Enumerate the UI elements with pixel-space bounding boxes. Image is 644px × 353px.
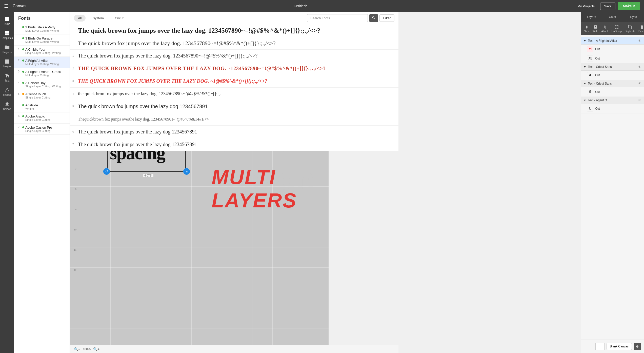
save-button[interactable]: Save [600, 3, 615, 10]
layer-group-agent-q[interactable]: ▼ Text - Agent Q 👁 [581, 97, 644, 104]
font-item-meta: Multi-Layer Cutting, Writing [25, 40, 68, 43]
layer-item-cut-m1[interactable]: M Cut [581, 45, 644, 54]
search-input[interactable] [307, 14, 368, 22]
sidebar-item-images[interactable]: Images [1, 57, 14, 70]
sidebar-item-label-upload: Upload [3, 108, 11, 110]
my-projects-button[interactable]: My Projects [574, 3, 598, 10]
tab-system[interactable]: System [89, 15, 108, 22]
list-item[interactable]: 3 Birds On Parade Multi-Layer Cutting, W… [14, 34, 70, 46]
list-item[interactable]: 3 A Frightful Affair – Crack Multi-Layer… [14, 68, 70, 79]
list-item[interactable]: 5 AGentleTouch Single-Layer Cutting [14, 90, 70, 101]
list-item[interactable]: Adalside Writing [14, 101, 70, 112]
sidebar-item-new[interactable]: New [1, 14, 14, 27]
font-item-name: Adalside [25, 103, 68, 107]
list-item[interactable]: 6 Adobe Arabic Single-Layer Cutting [14, 112, 70, 124]
sidebar-item-label-images: Images [3, 65, 11, 68]
topbar-center: Untitled* [294, 4, 307, 8]
multi-layers-text: MULTI LAYERS [212, 166, 329, 212]
layer-group-eye[interactable]: 👁 [638, 39, 641, 43]
font-dot-green [22, 115, 24, 117]
layer-group-frightful-affair[interactable]: ▼ Text - A Frightful Affair 👁 [581, 37, 644, 45]
topbar: ☰ Canvas Untitled* My Projects Save Make… [0, 0, 644, 12]
font-item-meta: Single-Layer Cutting [25, 96, 68, 99]
font-search-group: Filter [307, 14, 394, 22]
font-preview-row: 1 The quick brown fox jumps over the laz… [70, 50, 398, 62]
tab-layers[interactable]: Layers [581, 12, 602, 22]
sidebar-item-label-new: New [5, 23, 10, 25]
sidebar-item-projects[interactable]: Projects [1, 43, 14, 56]
font-item-name: 3 Birds Life's A Party [25, 25, 68, 29]
font-item-name: A Frightful Affair [25, 59, 68, 63]
filter-button[interactable]: Filter [379, 14, 394, 22]
preview-text: Thequickbrown fox jumps overthe lazy dog… [78, 117, 396, 122]
fonts-panel-title: Fonts [14, 12, 70, 23]
blank-canvas-settings[interactable]: ⚙ [634, 343, 641, 350]
layer-group-label: Text - Cricut Sans [588, 65, 638, 69]
row-num: 6 [72, 130, 77, 133]
menu-icon[interactable]: ☰ [4, 3, 9, 9]
tab-sync[interactable]: Sync [623, 12, 644, 22]
font-preview-row: 7 The quick brown fox jumps over the laz… [70, 138, 398, 151]
tab-cricut[interactable]: Cricut [111, 15, 128, 22]
chevron-icon: ▼ [583, 99, 586, 102]
font-item-name: AGentleTouch [25, 92, 68, 96]
search-button[interactable] [369, 14, 378, 22]
font-preview-area: The quick brown fox jumps over the lazy … [70, 24, 398, 151]
rotate-handle-bottom-right[interactable]: ↘ [183, 168, 190, 175]
layer-group-label: Text - Agent Q [588, 99, 638, 102]
layer-group-label: Text - A Frightful Affair [588, 39, 638, 43]
row-num: 1 [72, 54, 77, 57]
action-slice[interactable]: Slice [582, 24, 591, 34]
font-number: 6 [15, 114, 22, 117]
sidebar-item-text[interactable]: Text [1, 71, 14, 84]
font-preview-row: The quick brown fox jumps over the lazy … [70, 24, 398, 37]
layer-group-eye[interactable]: 👁 [638, 98, 641, 102]
tab-color[interactable]: Color [602, 12, 623, 22]
sidebar-item-templates[interactable]: Templates [1, 28, 14, 42]
font-number: 3 [15, 70, 22, 73]
list-item[interactable]: 4 A Perfect Day Single-Layer Cutting, Wr… [14, 79, 70, 90]
list-item[interactable]: 7 Adobe Caslon Pro Single-Layer Cutting [14, 124, 70, 135]
zoom-in-button[interactable]: 🔍+ [93, 347, 99, 351]
layer-group-cricut-sans-1[interactable]: ▼ Text - Cricut Sans 👁 [581, 63, 644, 71]
zoom-out-button[interactable]: 🔍− [74, 347, 80, 351]
layer-icon: M [587, 46, 593, 52]
font-number: 1 [15, 48, 22, 51]
bottom-bar: 🔍− 100% 🔍+ [70, 345, 398, 353]
font-item-info: 3 Birds Life's A Party Multi-Layer Cutti… [25, 25, 68, 32]
action-delete[interactable]: Delete [637, 24, 644, 34]
row-num: 2 [72, 67, 77, 70]
sidebar-item-upload[interactable]: Upload [1, 99, 14, 112]
preview-text: THE QUICK BROWN FOX JUMPS OVER THE LAZY … [78, 66, 396, 71]
layer-group-cricut-sans-2[interactable]: ▼ Text - Cricut Sans 👁 [581, 80, 644, 87]
font-item-meta: Single-Layer Cutting [25, 118, 68, 121]
list-item[interactable]: 3 Birds Life's A Party Multi-Layer Cutti… [14, 23, 70, 34]
list-item[interactable]: 2 A Frightful Affair Multi-Layer Cutting… [14, 57, 70, 68]
layer-item-cut-q[interactable]: C Cut [581, 104, 644, 113]
preview-text: The quick brown fox jumps over the lazy … [78, 40, 396, 47]
make-it-button[interactable]: Make It [618, 2, 640, 10]
layer-group-eye[interactable]: 👁 [638, 82, 641, 86]
font-preview-row: 3 THE QUICK BROWN FOX JUMPS OVER THE LAZ… [70, 75, 398, 88]
layer-item-cut-m2[interactable]: M Cut [581, 54, 644, 63]
ruler-num-10: 10 [70, 227, 76, 231]
font-dot-green [22, 104, 24, 106]
action-attach[interactable]: Attach [600, 24, 610, 34]
preview-text: The quick brown fox jumps over the lazy … [78, 142, 396, 147]
list-item[interactable]: 1 A Child's Year Single-Layer Cutting, W… [14, 46, 70, 57]
preview-text: The quick brown fox jumps over the lazy … [78, 53, 396, 59]
layer-item-cut-s[interactable]: S Cut [581, 87, 644, 97]
action-weld[interactable]: Weld [591, 24, 600, 34]
blank-canvas-button[interactable]: Blank Canvas [607, 343, 632, 350]
action-ungroup[interactable]: UnGroup [610, 24, 623, 34]
layer-group-eye[interactable]: 👁 [638, 65, 641, 69]
action-duplicate[interactable]: Duplicate [623, 24, 637, 34]
tab-all[interactable]: All [74, 15, 86, 22]
right-panel-actions: Slice Weld Attach UnGroup Duplicate Dele… [581, 22, 644, 35]
font-dot-green [22, 37, 24, 39]
layer-item-cut-d[interactable]: d Cut [581, 71, 644, 80]
font-item-name: Adobe Arabic [25, 114, 68, 118]
rotate-handle-bottom-left[interactable]: ↺ [103, 168, 110, 175]
sidebar-item-shapes[interactable]: Shapes [1, 85, 14, 98]
font-number: 2 [15, 59, 22, 62]
